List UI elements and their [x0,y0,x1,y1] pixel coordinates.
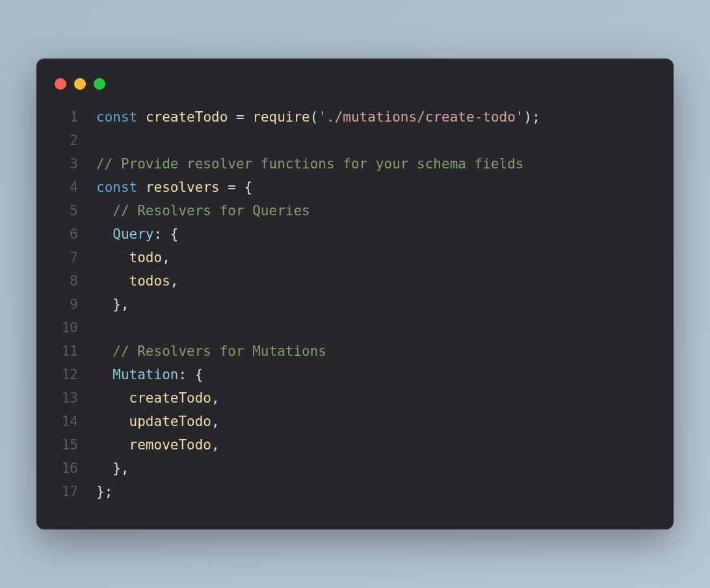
code-token: removeTodo [129,437,211,453]
line-content: todo, [96,246,655,269]
code-token [96,343,112,359]
code-token: resolvers [146,180,220,195]
code-line: 3// Provide resolver functions for your … [55,152,655,176]
code-token: ); [524,109,540,125]
code-token [96,367,112,382]
maximize-icon[interactable] [94,78,105,90]
line-content: }, [96,293,655,316]
code-token: const [96,180,137,195]
minimize-icon[interactable] [74,78,86,90]
code-token: const [96,109,137,125]
code-token: }; [96,484,112,500]
window-controls [36,74,674,105]
line-number: 10 [55,316,78,340]
code-editor[interactable]: 1const createTodo = require('./mutations… [36,105,674,503]
code-token: , [211,414,220,429]
line-content: }, [96,457,655,480]
code-token: : { [178,367,203,382]
line-content: }; [96,480,655,503]
code-token: createTodo [146,109,228,125]
code-line: 6 Query: { [55,222,655,246]
line-number: 11 [55,340,78,363]
line-number: 13 [55,386,78,410]
code-line: 4const resolvers = { [55,176,655,199]
code-token [96,273,129,289]
code-token [137,109,146,125]
line-content [96,129,655,152]
code-line: 8 todos, [55,269,655,293]
line-content [96,316,655,340]
code-token [96,437,129,453]
code-token [96,203,112,219]
line-content: removeTodo, [96,433,655,457]
code-token: // Provide resolver functions for your s… [96,156,523,172]
code-line: 1const createTodo = require('./mutations… [55,105,655,129]
line-content: Query: { [96,222,655,246]
line-content: // Provide resolver functions for your s… [96,152,655,176]
code-line: 16 }, [55,457,655,480]
code-token: './mutations/create-todo' [318,109,523,125]
line-number: 4 [55,176,78,199]
code-line: 15 removeTodo, [55,433,655,457]
line-number: 7 [55,246,78,269]
code-token [137,180,146,195]
code-token [96,414,129,429]
code-token: , [211,437,220,453]
code-token [96,250,129,265]
code-token [96,390,129,406]
code-line: 5 // Resolvers for Queries [55,199,655,222]
line-content: createTodo, [96,386,655,410]
code-token: , [162,250,170,265]
line-content: const resolvers = { [96,176,655,199]
code-token: = [228,109,252,125]
code-line: 2 [55,129,655,152]
line-number: 3 [55,152,78,176]
code-token: , [170,273,179,289]
code-token: }, [96,461,129,476]
line-content: // Resolvers for Mutations [96,340,655,363]
close-icon[interactable] [55,78,66,90]
line-content: Mutation: { [96,363,655,386]
line-number: 16 [55,457,78,480]
code-line: 12 Mutation: { [55,363,655,386]
code-token: updateTodo [129,414,211,429]
code-token: = { [220,180,253,195]
code-line: 13 createTodo, [55,386,655,410]
line-content: todos, [96,269,655,293]
line-number: 15 [55,433,78,457]
line-number: 8 [55,269,78,293]
code-token: , [211,390,220,406]
code-line: 7 todo, [55,246,655,269]
code-line: 10 [55,316,655,340]
code-token: todo [129,250,163,265]
line-number: 12 [55,363,78,386]
code-token: Mutation [112,367,178,382]
code-token: require [252,109,310,125]
code-token: todos [129,273,170,289]
line-number: 1 [55,105,78,129]
code-window: 1const createTodo = require('./mutations… [36,59,674,529]
code-token: ( [310,109,319,125]
line-number: 17 [55,480,78,503]
line-number: 5 [55,199,78,222]
line-number: 6 [55,222,78,246]
code-token: Query [112,226,153,242]
line-content: updateTodo, [96,410,655,433]
code-token: createTodo [129,390,211,406]
line-content: // Resolvers for Queries [96,199,655,222]
code-token: // Resolvers for Queries [112,203,309,219]
code-token: }, [96,297,129,312]
code-line: 17}; [55,480,655,503]
code-token: // Resolvers for Mutations [112,343,326,359]
code-token: : { [154,226,179,242]
line-number: 14 [55,410,78,433]
line-content: const createTodo = require('./mutations/… [96,105,655,129]
code-line: 14 updateTodo, [55,410,655,433]
code-line: 9 }, [55,293,655,316]
line-number: 9 [55,293,78,316]
code-token [96,226,112,242]
line-number: 2 [55,129,78,152]
code-line: 11 // Resolvers for Mutations [55,340,655,363]
